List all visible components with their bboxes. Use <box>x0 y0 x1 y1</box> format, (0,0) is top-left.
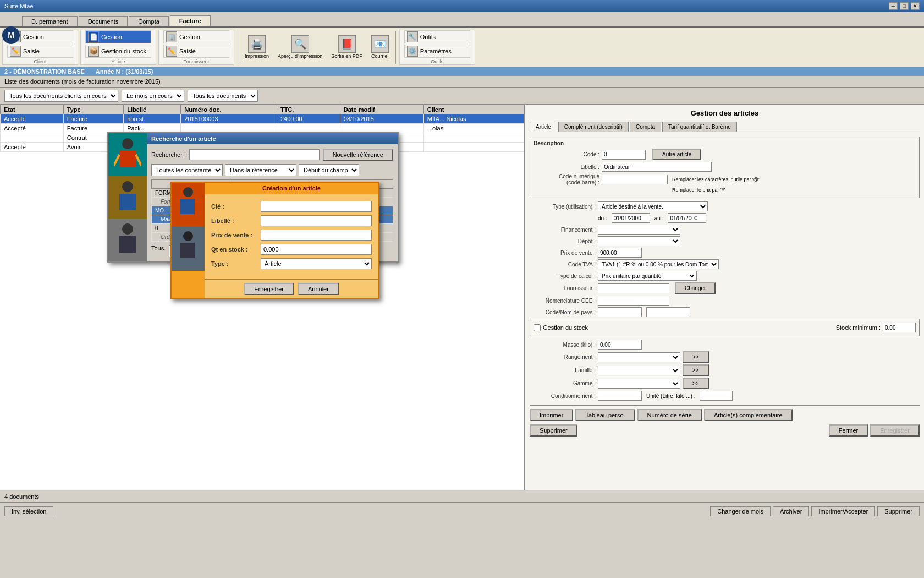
outils-button[interactable]: 🔧 Outils <box>404 30 470 43</box>
code-input[interactable] <box>602 150 646 160</box>
fournisseur-gestion-button[interactable]: 🏢 Gestion <box>163 30 229 43</box>
qte-label: Qt en stock : <box>211 246 261 253</box>
close-button[interactable]: ✕ <box>911 2 920 10</box>
inv-selection-button[interactable]: Inv. sélection <box>4 506 53 516</box>
depot-select[interactable] <box>598 236 680 246</box>
sortie-pdf-button[interactable]: 📕 Sortie en PDF <box>328 34 366 60</box>
code-pays-input[interactable] <box>598 307 642 317</box>
impression-button[interactable]: 🖨️ Impression <box>241 34 272 60</box>
tab-d-permanent[interactable]: D. permanent <box>22 16 78 26</box>
famille-btn[interactable]: >> <box>683 364 709 376</box>
nouvelle-reference-button[interactable]: Nouvelle référence <box>323 149 393 161</box>
cle-input[interactable] <box>261 201 372 212</box>
financement-row: Financement : <box>530 225 920 235</box>
gamme-btn[interactable]: >> <box>683 378 709 389</box>
client-saisie-button[interactable]: ✏️ Saisie <box>7 45 73 58</box>
client-label: Client <box>34 59 46 64</box>
remplacer-text: Remplacer les caractères inutile par '@' <box>672 177 760 182</box>
filter-select-3[interactable]: Tous les documents <box>188 90 258 102</box>
filter-bar: Tous les documents clients en cours Le m… <box>0 88 924 105</box>
enregistrer-button[interactable]: Enregistrer <box>870 424 920 437</box>
imprimer-accepter-button[interactable]: Imprimer/Accepter <box>811 506 875 516</box>
list-title: Liste des documents (mois de facturation… <box>4 78 161 85</box>
autre-article-button[interactable]: Autre article <box>652 149 701 160</box>
col-client: Client <box>424 105 524 114</box>
filter-select-1[interactable]: Tous les documents clients en cours <box>4 90 118 102</box>
code-num-input[interactable] <box>602 175 668 184</box>
bottom-buttons: Imprimer Tableau perso. Numéro de série … <box>530 405 920 421</box>
table-row[interactable]: Accepté Facture Pack... ...olas <box>1 124 524 133</box>
article-gestion-button[interactable]: 📄 Gestion <box>85 30 151 43</box>
tab-facture[interactable]: Facture <box>170 15 211 26</box>
tab-compta[interactable]: Compta <box>129 16 169 26</box>
code-label: Code : <box>534 151 600 157</box>
title-bar: Suite Mtae ─ □ ✕ <box>0 0 924 12</box>
fournisseur-saisie-button[interactable]: ✏️ Saisie <box>163 45 229 58</box>
gamme-select[interactable] <box>598 379 680 389</box>
cell-type: Facture <box>63 124 123 133</box>
enregistrer-create-button[interactable]: Enregistrer <box>244 283 294 295</box>
document-count: 4 documents <box>4 493 39 500</box>
search-filter-3[interactable]: Début du champ <box>299 164 359 176</box>
archiver-button[interactable]: Archiver <box>773 506 809 516</box>
unite-input[interactable] <box>700 391 733 401</box>
minimize-button[interactable]: ─ <box>889 2 898 10</box>
nom-pays-input[interactable] <box>646 307 690 317</box>
changer-button[interactable]: Changer <box>675 282 716 294</box>
fermer-button[interactable]: Fermer <box>829 424 868 437</box>
fournisseur-row: Fournisseur : Changer <box>530 282 920 294</box>
type-calcul-select[interactable]: Prix unitaire par quantité <box>598 271 697 281</box>
tab-article[interactable]: Article <box>530 122 557 132</box>
famille-select[interactable] <box>598 366 680 375</box>
prix-vente-input[interactable] <box>598 248 642 258</box>
libelle-input[interactable] <box>602 162 712 172</box>
maximize-button[interactable]: □ <box>900 2 909 10</box>
gestion-stock-checkbox[interactable] <box>534 324 541 331</box>
annuler-create-button[interactable]: Annuler <box>298 283 339 295</box>
prix-input[interactable] <box>261 230 372 241</box>
financement-select[interactable] <box>598 225 680 235</box>
create-libelle-input[interactable] <box>261 215 372 226</box>
tab-complement[interactable]: Complément (descriptif) <box>558 122 629 132</box>
svg-point-0 <box>122 138 133 149</box>
changer-mois-button[interactable]: Changer de mois <box>710 506 771 516</box>
courriel-button[interactable]: 📧 Courriel <box>368 34 392 60</box>
tab-tarif[interactable]: Tarif quantitatif et Barème <box>662 122 737 132</box>
qte-input[interactable] <box>261 244 372 255</box>
masse-input[interactable] <box>598 340 642 350</box>
stock-min-input[interactable] <box>883 323 916 332</box>
table-row[interactable]: Accepté Facture hon st. 2015100003 2400.… <box>1 114 524 124</box>
search-input[interactable] <box>189 149 320 160</box>
tab-compta[interactable]: Compta <box>630 122 661 132</box>
rangement-select[interactable] <box>598 352 680 362</box>
apercu-label: Aperçu d'impression <box>278 53 322 59</box>
apercu-icon: 🔍 <box>292 35 309 53</box>
type-select[interactable]: Article destiné à la vente. <box>598 201 708 211</box>
code-tva-select[interactable]: TVA1 (1.#R % ou 0.00 % pour les Dom-Tom) <box>598 259 719 269</box>
tab-documents[interactable]: Documents <box>79 16 128 26</box>
parametres-button[interactable]: ⚙️ Paramètres <box>404 45 470 58</box>
rangement-label: Rangement : <box>530 354 596 360</box>
du-input[interactable] <box>612 213 650 223</box>
numero-serie-button[interactable]: Numéro de série <box>637 409 702 421</box>
parametres-icon: ⚙️ <box>407 46 418 57</box>
tableau-perso-button[interactable]: Tableau perso. <box>575 409 635 421</box>
nomenclature-input[interactable] <box>598 296 669 306</box>
create-type-select[interactable]: Article <box>261 258 372 269</box>
au-input[interactable] <box>668 213 706 223</box>
cell-numero <box>181 124 277 133</box>
conditionnement-input[interactable] <box>598 391 642 401</box>
supprimer-doc-button[interactable]: Supprimer <box>877 506 920 516</box>
rangement-btn[interactable]: >> <box>683 351 709 363</box>
apercu-button[interactable]: 🔍 Aperçu d'impression <box>274 34 326 60</box>
supprimer-button[interactable]: Supprimer <box>530 424 578 437</box>
filter-select-2[interactable]: Le mois en cours <box>122 90 184 102</box>
search-filter-1[interactable]: Toutes les constantes <box>151 164 223 176</box>
search-filter-2[interactable]: Dans la référence <box>225 164 296 176</box>
outils-label: Outils <box>420 34 436 40</box>
article-gestion-stock-button[interactable]: 📦 Gestion du stock <box>85 45 151 58</box>
articles-complementaires-button[interactable]: Article(s) complémentaire <box>704 409 793 421</box>
fournisseur-input[interactable] <box>598 283 669 293</box>
gestion-stock-label: Gestion du stock <box>543 324 588 331</box>
imprimer-button[interactable]: Imprimer <box>530 409 573 421</box>
